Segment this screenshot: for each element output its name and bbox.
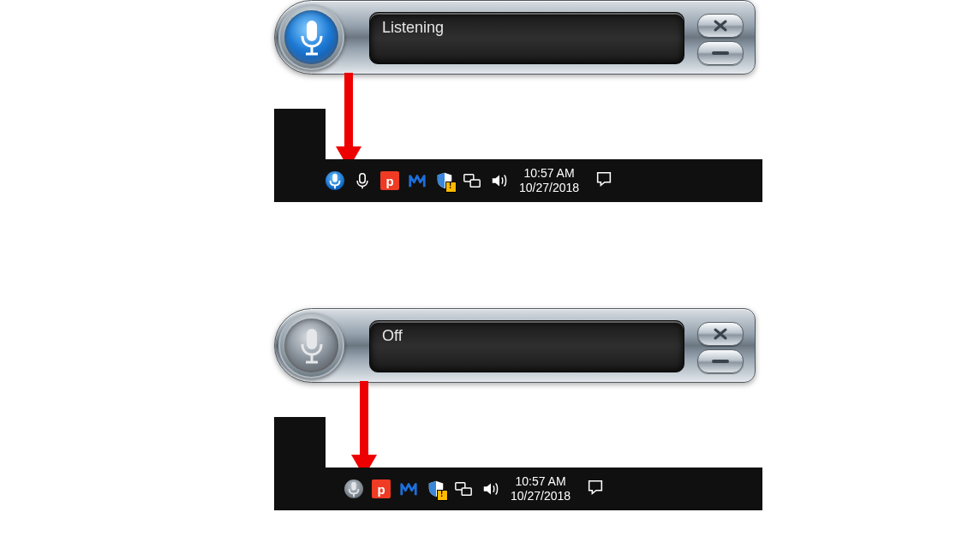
- system-tray: p: [344, 480, 500, 498]
- svg-rect-10: [307, 329, 317, 349]
- tray-volume-icon[interactable]: [481, 480, 500, 498]
- tray-speech-mic-icon[interactable]: [344, 480, 363, 498]
- watermark-line-1: Windows 10 Pro for Workstations Insider …: [454, 420, 754, 438]
- tray-volume-icon[interactable]: [490, 171, 509, 190]
- tray-windows-security-icon[interactable]: [427, 480, 445, 498]
- m-logo-icon: [408, 171, 427, 190]
- speech-recognition-off-example: Off Windows 10 Pro for Workstations Insi…: [274, 300, 762, 518]
- svg-rect-4: [332, 174, 338, 182]
- tray-windows-security-icon[interactable]: [435, 171, 454, 190]
- status-text: Off: [382, 327, 403, 345]
- system-tray: p: [326, 171, 509, 190]
- network-icon: [454, 480, 473, 498]
- watermark-line-2: Evaluation copy. Build 18267.rs_prerelea…: [406, 440, 754, 459]
- svg-rect-14: [351, 482, 356, 491]
- tray-malwarebytes-icon[interactable]: [399, 480, 418, 498]
- action-center-icon[interactable]: [586, 478, 605, 500]
- tray-p-app-icon[interactable]: p: [380, 171, 399, 190]
- tray-speech-mic-icon[interactable]: [326, 171, 344, 190]
- watermark-line-2: Evaluation copy. Build 18267.rs_prerelea…: [406, 132, 754, 151]
- speaker-icon: [481, 480, 500, 498]
- tray-network-icon[interactable]: [454, 480, 473, 498]
- notification-icon: [595, 170, 613, 188]
- microphone-outline-icon: [353, 171, 372, 190]
- warning-badge-icon: [437, 490, 448, 501]
- tray-malwarebytes-icon[interactable]: [408, 171, 427, 190]
- microphone-button[interactable]: [278, 4, 344, 70]
- status-display: Listening: [369, 12, 684, 64]
- taskbar-clock[interactable]: 10:57 AM 10/27/2018: [519, 166, 579, 195]
- warning-badge-icon: [445, 182, 457, 193]
- network-icon: [463, 171, 481, 190]
- clock-date: 10/27/2018: [519, 181, 579, 195]
- svg-rect-0: [307, 21, 317, 41]
- speaker-icon: [490, 171, 509, 190]
- taskbar: p 10:57 AM 10/27/2018: [274, 159, 762, 202]
- microphone-icon: [297, 19, 326, 57]
- minimize-button[interactable]: [697, 41, 744, 65]
- minimize-button[interactable]: [697, 349, 744, 373]
- svg-rect-9: [470, 180, 480, 187]
- close-icon: [698, 323, 743, 345]
- m-logo-icon: [399, 480, 418, 498]
- clock-time: 10:57 AM: [519, 166, 579, 181]
- minimize-icon: [698, 350, 743, 372]
- minimize-icon: [698, 42, 743, 64]
- svg-rect-17: [462, 488, 471, 495]
- watermark-line-1: Windows 10 Pro for Workstations Insider …: [454, 111, 754, 130]
- microphone-icon: [344, 480, 363, 498]
- status-display: Off: [369, 320, 684, 372]
- speech-recognition-listening-example: Listening Windows 10 Pro for Workstation…: [274, 0, 762, 210]
- svg-rect-6: [360, 174, 365, 183]
- tray-network-icon[interactable]: [463, 171, 481, 190]
- microphone-icon: [326, 171, 344, 190]
- close-icon: [698, 15, 743, 37]
- speech-recognition-bar[interactable]: Off: [274, 308, 756, 383]
- microphone-icon: [297, 327, 326, 365]
- close-button[interactable]: [697, 322, 744, 346]
- notification-icon: [586, 478, 605, 497]
- clock-time: 10:57 AM: [511, 474, 571, 489]
- clock-date: 10/27/2018: [511, 489, 571, 503]
- tray-mic-access-icon[interactable]: [353, 171, 372, 190]
- taskbar: p 10:57 AM 10/27/2018: [274, 468, 762, 510]
- status-text: Listening: [382, 19, 444, 37]
- speech-recognition-bar[interactable]: Listening: [274, 0, 756, 74]
- tray-p-app-icon[interactable]: p: [372, 480, 391, 498]
- taskbar-clock[interactable]: 10:57 AM 10/27/2018: [511, 474, 571, 503]
- close-button[interactable]: [697, 14, 744, 38]
- action-center-icon[interactable]: [595, 170, 613, 192]
- microphone-button[interactable]: [278, 313, 344, 378]
